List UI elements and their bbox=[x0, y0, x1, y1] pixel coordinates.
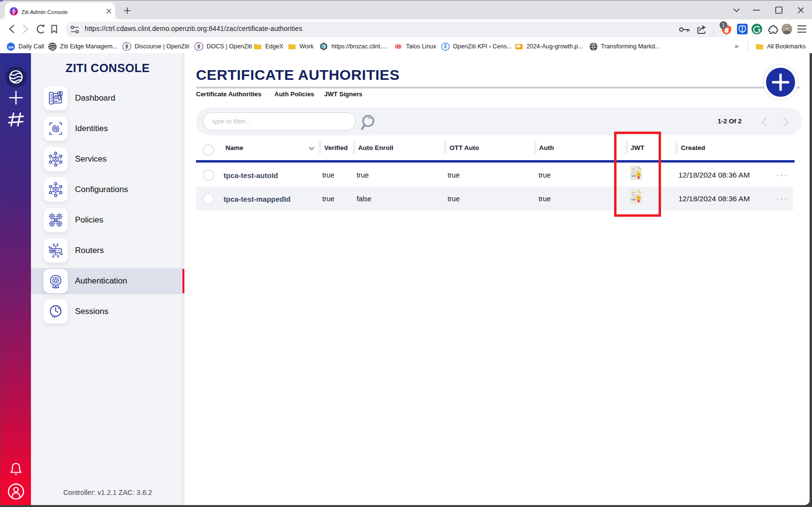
svg-text:zm: zm bbox=[8, 45, 14, 49]
